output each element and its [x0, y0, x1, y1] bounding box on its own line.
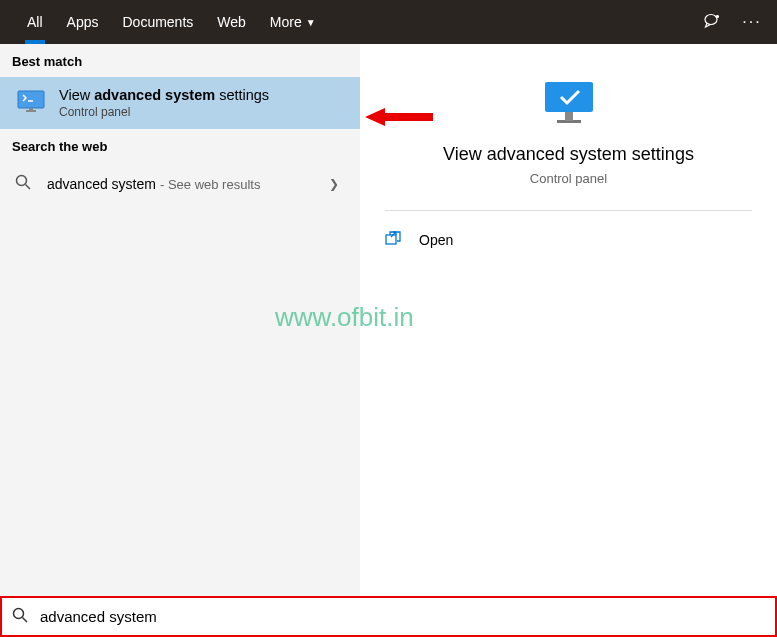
tab-web[interactable]: Web: [205, 0, 258, 44]
best-match-result[interactable]: View advanced system settings Control pa…: [0, 77, 360, 129]
monitor-icon: [15, 87, 47, 119]
web-search-header: Search the web: [0, 129, 360, 162]
tab-documents[interactable]: Documents: [110, 0, 205, 44]
svg-rect-4: [29, 108, 33, 111]
open-label: Open: [419, 232, 453, 248]
svg-point-5: [17, 176, 27, 186]
web-result-suffix: - See web results: [160, 177, 260, 192]
search-icon: [15, 174, 35, 194]
tab-more[interactable]: More▼: [258, 0, 328, 44]
open-action[interactable]: Open: [385, 227, 752, 252]
search-filter-tabs: All Apps Documents Web More▼ ···: [0, 0, 777, 44]
open-icon: [385, 231, 405, 248]
search-icon: [12, 607, 30, 627]
svg-rect-7: [545, 82, 593, 112]
svg-point-12: [14, 608, 24, 618]
svg-point-1: [717, 16, 719, 18]
web-result-text: advanced system: [47, 176, 156, 192]
tab-apps[interactable]: Apps: [55, 0, 111, 44]
preview-panel: View advanced system settings Control pa…: [360, 44, 777, 596]
monitor-check-icon: [537, 80, 601, 130]
svg-rect-9: [565, 112, 573, 121]
svg-rect-2: [18, 91, 44, 108]
more-options-icon[interactable]: ···: [742, 12, 762, 32]
best-match-header: Best match: [0, 44, 360, 77]
preview-sub: Control panel: [385, 171, 752, 186]
tab-all[interactable]: All: [15, 0, 55, 44]
svg-line-6: [26, 185, 31, 190]
search-bar[interactable]: [0, 596, 777, 637]
results-panel: Best match View advanced system settings…: [0, 44, 360, 596]
preview-title: View advanced system settings: [385, 144, 752, 165]
svg-line-13: [23, 617, 28, 622]
web-result[interactable]: advanced system - See web results ❯: [0, 162, 360, 206]
best-match-title: View advanced system settings: [59, 87, 269, 103]
best-match-sub: Control panel: [59, 105, 269, 119]
feedback-icon[interactable]: [702, 12, 722, 32]
chevron-down-icon: ▼: [306, 17, 316, 28]
chevron-right-icon: ❯: [329, 177, 345, 191]
search-input[interactable]: [40, 608, 765, 625]
